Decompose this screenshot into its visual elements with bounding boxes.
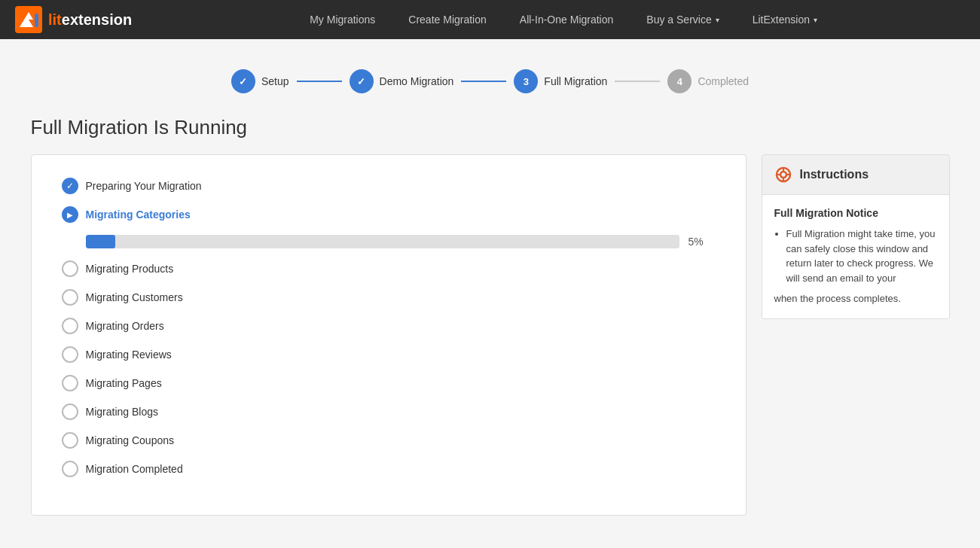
divider-1-2 (297, 81, 342, 82)
step-2-label: Demo Migration (380, 75, 454, 87)
progress-percent: 5% (688, 236, 716, 248)
item-coupons-label: Migrating Coupons (86, 434, 175, 446)
item-preparing-label: Preparing Your Migration (86, 180, 202, 192)
main-wrapper: ✓ Setup ✓ Demo Migration 3 Full Migratio… (16, 39, 965, 531)
item-customers-label: Migrating Customers (86, 291, 183, 303)
instructions-body: Full Migration Notice Full Migration mig… (762, 195, 949, 318)
migration-box: ✓ Preparing Your Migration ▶ Migrating C… (31, 154, 746, 516)
litextension-caret: ▾ (814, 16, 817, 24)
step-setup: ✓ Setup (231, 69, 289, 93)
steps-container: ✓ Setup ✓ Demo Migration 3 Full Migratio… (31, 54, 950, 116)
divider-3-4 (615, 81, 660, 82)
item-preparing: ✓ Preparing Your Migration (62, 178, 716, 194)
notice-title: Full Migration Notice (774, 207, 937, 219)
progress-fill (86, 235, 115, 248)
nav-links: My Migrations Create Migration All-In-On… (162, 0, 965, 39)
buy-service-caret: ▾ (716, 16, 719, 24)
item-reviews: Migrating Reviews (62, 346, 716, 363)
content-layout: ✓ Preparing Your Migration ▶ Migrating C… (31, 154, 950, 516)
circle-inactive-icon-reviews (62, 346, 78, 363)
circle-inactive-icon-blogs (62, 403, 78, 420)
circle-inactive-icon-completed (62, 461, 78, 477)
item-categories-label: Migrating Categories (86, 209, 191, 221)
item-pages-label: Migrating Pages (86, 377, 162, 389)
instructions-card: Instructions Full Migration Notice Full … (762, 154, 950, 319)
instructions-icon (774, 166, 792, 184)
circle-inactive-icon-coupons (62, 432, 78, 449)
circle-inactive-icon-pages (62, 375, 78, 391)
item-coupons: Migrating Coupons (62, 432, 716, 449)
step-3-circle: 3 (514, 69, 538, 93)
nav-create-migration[interactable]: Create Migration (392, 0, 503, 39)
item-customers: Migrating Customers (62, 289, 716, 306)
check-done-icon: ✓ (62, 178, 78, 194)
play-icon: ▶ (62, 206, 78, 223)
circle-inactive-icon-products (62, 260, 78, 277)
instructions-extra: when the process completes. (774, 291, 937, 306)
item-completed: Migration Completed (62, 461, 716, 477)
svg-point-4 (780, 172, 786, 178)
brand-icon (15, 6, 42, 33)
sidebar: Instructions Full Migration Notice Full … (762, 154, 950, 319)
nav-my-migrations[interactable]: My Migrations (293, 0, 392, 39)
item-reviews-label: Migrating Reviews (86, 349, 172, 361)
page-title: Full Migration Is Running (31, 116, 950, 139)
brand-logo-link[interactable]: litextension (15, 6, 132, 33)
navbar: litextension My Migrations Create Migrat… (0, 0, 980, 39)
brand-name: litextension (48, 11, 132, 29)
item-orders-label: Migrating Orders (86, 320, 164, 332)
step-1-label: Setup (261, 75, 289, 87)
instructions-point-1: Full Migration might take time, you can … (786, 227, 937, 285)
step-4-label: Completed (698, 75, 749, 87)
item-products-label: Migrating Products (86, 263, 174, 275)
nav-litextension[interactable]: LitExtension ▾ (736, 0, 834, 39)
svg-rect-2 (35, 14, 38, 27)
nav-buy-service[interactable]: Buy a Service ▾ (630, 0, 735, 39)
item-categories: ▶ Migrating Categories (62, 206, 716, 223)
progress-row: 5% (62, 235, 716, 248)
item-pages: Migrating Pages (62, 375, 716, 391)
step-4-circle: 4 (667, 69, 691, 93)
step-3-label: Full Migration (544, 75, 607, 87)
step-completed: 4 Completed (667, 69, 749, 93)
item-orders: Migrating Orders (62, 318, 716, 334)
circle-inactive-icon-customers (62, 289, 78, 306)
step-full-migration: 3 Full Migration (514, 69, 607, 93)
item-completed-label: Migration Completed (86, 463, 183, 475)
item-blogs: Migrating Blogs (62, 403, 716, 420)
item-blogs-label: Migrating Blogs (86, 406, 159, 418)
progress-track (86, 235, 679, 248)
divider-2-3 (461, 81, 506, 82)
instructions-title: Instructions (800, 168, 869, 181)
step-2-circle: ✓ (350, 69, 374, 93)
step-1-circle: ✓ (231, 69, 255, 93)
item-products: Migrating Products (62, 260, 716, 277)
circle-inactive-icon-orders (62, 318, 78, 334)
instructions-header: Instructions (762, 155, 949, 195)
nav-all-in-one[interactable]: All-In-One Migration (503, 0, 630, 39)
step-demo-migration: ✓ Demo Migration (350, 69, 454, 93)
instructions-list: Full Migration might take time, you can … (774, 227, 937, 285)
